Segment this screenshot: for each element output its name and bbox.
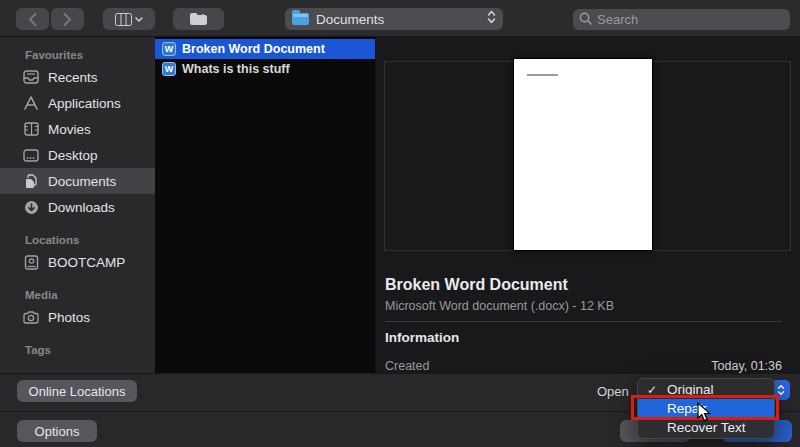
word-doc-icon: W <box>162 62 176 76</box>
sidebar-item-label: Recents <box>48 70 98 85</box>
options-button[interactable]: Options <box>17 420 97 442</box>
folder-icon <box>292 13 309 25</box>
open-popup-label: Open <box>597 384 629 399</box>
search-field[interactable] <box>573 9 790 30</box>
search-icon <box>579 11 592 29</box>
new-folder-icon <box>189 12 208 26</box>
chevron-left-icon <box>28 13 37 26</box>
downloads-icon <box>22 198 40 216</box>
sidebar-item-label: Applications <box>48 96 121 111</box>
toolbar: Documents <box>0 0 800 37</box>
divider <box>385 321 782 322</box>
drive-icon <box>22 253 40 271</box>
sidebar-section-media: Media <box>0 289 155 301</box>
sidebar-item-label: Desktop <box>48 148 98 163</box>
document-text-line <box>527 74 558 76</box>
back-button[interactable] <box>16 8 49 30</box>
new-folder-button[interactable] <box>173 8 224 30</box>
photos-icon <box>22 308 40 326</box>
mouse-cursor-icon <box>697 402 712 427</box>
sidebar-section-tags: Tags <box>0 344 155 356</box>
sidebar-item-label: Downloads <box>48 200 115 215</box>
sidebar-section-favourites: Favourites <box>0 49 155 61</box>
column-view-icon <box>115 13 132 26</box>
updown-chevrons-icon <box>487 10 496 28</box>
file-name: Broken Word Document <box>182 42 325 56</box>
information-header: Information <box>385 330 459 345</box>
recents-icon <box>22 68 40 86</box>
sidebar-item-documents[interactable]: Documents <box>0 168 155 194</box>
preview-subtitle: Microsoft Word document (.docx) - 12 KB <box>385 299 614 313</box>
sidebar-item-downloads[interactable]: Downloads <box>0 194 155 220</box>
file-list: W Broken Word Document W Whats is this s… <box>155 37 375 373</box>
movies-icon <box>22 120 40 138</box>
documents-icon <box>22 172 40 190</box>
word-doc-icon: W <box>162 42 176 56</box>
location-popup-value: Documents <box>316 12 487 27</box>
sidebar: Favourites Recents Applications Movies <box>0 37 155 373</box>
preview-title: Broken Word Document <box>385 276 568 294</box>
location-popup[interactable]: Documents <box>285 8 503 30</box>
sidebar-item-label: Documents <box>48 174 116 189</box>
info-value: Today, 01:36 <box>711 359 782 373</box>
forward-button[interactable] <box>51 8 84 30</box>
preview-pane: Broken Word Document Microsoft Word docu… <box>375 37 800 373</box>
document-page-thumbnail <box>513 58 653 251</box>
file-name: Whats is this stuff <box>182 62 290 76</box>
finder-open-dialog: Documents Favourites Recents <box>0 0 800 447</box>
sidebar-item-recents[interactable]: Recents <box>0 64 155 90</box>
search-input[interactable] <box>597 12 784 27</box>
sidebar-item-movies[interactable]: Movies <box>0 116 155 142</box>
sidebar-item-bootcamp[interactable]: BOOTCAMP <box>0 249 155 275</box>
sidebar-item-label: Photos <box>48 310 90 325</box>
sidebar-item-label: Movies <box>48 122 91 137</box>
sidebar-item-photos[interactable]: Photos <box>0 304 155 330</box>
sidebar-section-locations: Locations <box>0 234 155 246</box>
sidebar-item-label: BOOTCAMP <box>48 255 125 270</box>
info-label: Created <box>385 359 429 373</box>
sidebar-item-applications[interactable]: Applications <box>0 90 155 116</box>
view-mode-button[interactable] <box>103 8 155 30</box>
desktop-icon <box>22 146 40 164</box>
applications-icon <box>22 94 40 112</box>
chevron-down-icon <box>135 17 143 22</box>
sidebar-item-desktop[interactable]: Desktop <box>0 142 155 168</box>
chevron-right-icon <box>63 13 72 26</box>
online-locations-button[interactable]: Online Locations <box>17 380 137 402</box>
info-row-created: Created Today, 01:36 <box>385 359 782 373</box>
file-row-broken-word-document[interactable]: W Broken Word Document <box>155 39 375 59</box>
file-row-whats-is-this-stuff[interactable]: W Whats is this stuff <box>155 59 375 79</box>
